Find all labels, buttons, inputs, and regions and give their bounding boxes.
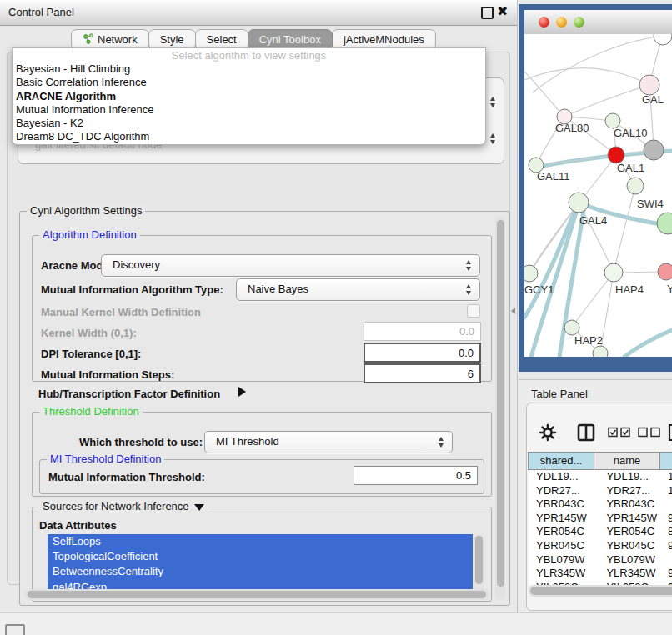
- float-window-icon[interactable]: [481, 7, 494, 19]
- table-cell: 9.: [663, 567, 672, 581]
- dropdown-item[interactable]: Mutual Information Inference: [13, 103, 485, 117]
- table-hscrollbar[interactable]: [529, 585, 672, 597]
- zoom-traffic-light-icon[interactable]: [574, 17, 584, 28]
- which-threshold-combobox[interactable]: MI Threshold: [204, 431, 453, 453]
- list-item[interactable]: SelfLoops: [48, 534, 473, 549]
- table-cell: YBR045C: [599, 539, 663, 553]
- group-title[interactable]: Sources for Network Inference: [39, 500, 208, 512]
- column-header-shared-name[interactable]: shared...: [528, 452, 594, 470]
- minimized-panel-icon[interactable]: [5, 624, 25, 635]
- network-node-Y[interactable]: [658, 263, 672, 280]
- dropdown-item[interactable]: Bayesian - Hill Climbing: [13, 62, 485, 76]
- split-columns-icon[interactable]: [577, 423, 595, 444]
- table-cell: [663, 498, 672, 512]
- document-icon[interactable]: [668, 423, 672, 444]
- mi-threshold-definition-group: MI Threshold Definition Mutual Informati…: [39, 459, 484, 494]
- table-row[interactable]: YBR045CYBR045C9.: [529, 539, 672, 553]
- cyni-algorithm-settings-group: Cyni Algorithm Settings Algorithm Defini…: [19, 211, 510, 606]
- table-cell: YDR27...: [599, 484, 663, 498]
- network-canvas[interactable]: GALGAL80GAL10GAL1GAL11SWI4GAL4GCY1HAP4YH…: [524, 34, 672, 357]
- spinner-arrows-icon: [466, 260, 472, 271]
- settings-hscrollbar[interactable]: [25, 589, 490, 600]
- expander-right-icon[interactable]: [238, 387, 246, 397]
- data-attributes-label: Data Attributes: [39, 519, 117, 532]
- settings-scrollbar[interactable]: [495, 217, 505, 600]
- table-row[interactable]: YPR145WYPR145W9.: [529, 512, 672, 526]
- table-cell: YLR345W: [529, 567, 599, 581]
- group-title: MI Threshold Definition: [47, 452, 164, 465]
- table-cell: YDR27...: [529, 484, 599, 498]
- spinner-arrows-icon: [466, 284, 472, 295]
- panel-resize-handle[interactable]: [511, 308, 515, 314]
- table-row[interactable]: YDR27...YDR27...12: [529, 484, 672, 498]
- tab-label: Cyni Toolbox: [259, 33, 321, 46]
- kernel-width-field[interactable]: 0.0: [364, 322, 481, 341]
- table-row[interactable]: YDL19...YDL19...13: [529, 470, 672, 484]
- table-row[interactable]: YLR345WYLR345W9.: [529, 567, 672, 581]
- table-cell: YDL19...: [529, 470, 599, 484]
- checked-columns-icon[interactable]: [608, 427, 631, 440]
- mi-threshold-label: Mutual Information Threshold:: [48, 471, 205, 483]
- network-node-GAL1[interactable]: [608, 147, 624, 163]
- combobox-value: MI Threshold: [216, 435, 279, 448]
- dropdown-item[interactable]: Bayesian - K2: [13, 117, 485, 130]
- mi-algorithm-type-label: Mutual Information Algorithm Type:: [41, 283, 223, 296]
- scrollbar-thumb[interactable]: [497, 220, 504, 587]
- dropdown-item-aracne[interactable]: ARACNE Algorithm: [13, 90, 485, 103]
- unchecked-columns-icon[interactable]: [638, 427, 661, 440]
- table-row[interactable]: YBR043CYBR043C: [529, 498, 672, 512]
- table-rows: YDL19...YDL19...13YDR27...YDR27...12YBR0…: [529, 470, 672, 585]
- aracne-mode-combobox[interactable]: Discovery: [101, 254, 480, 277]
- list-scrollbar[interactable]: [474, 534, 484, 596]
- network-node-label: GAL80: [555, 122, 589, 134]
- table-cell: YPR145W: [529, 512, 599, 526]
- hub-expander-label[interactable]: Hub/Transcription Factor Definition: [38, 388, 220, 400]
- network-node[interactable]: [657, 212, 672, 234]
- status-strip: [0, 612, 672, 635]
- network-node-GAL[interactable]: [639, 75, 659, 95]
- table-cell: YBR045C: [529, 539, 599, 553]
- table-row[interactable]: YBL079WYBL079W: [529, 553, 672, 568]
- column-header-clipped[interactable]: [659, 452, 672, 470]
- spinner-arrows-icon[interactable]: [490, 97, 496, 108]
- table-cell: [663, 553, 672, 568]
- mi-threshold-field[interactable]: 0.5: [354, 466, 478, 485]
- scrollbar-thumb[interactable]: [530, 587, 672, 595]
- network-node-GCY1[interactable]: [524, 265, 538, 282]
- spinner-arrows-icon[interactable]: [490, 133, 496, 144]
- manual-kernel-width-checkbox[interactable]: [467, 304, 480, 318]
- network-node-HAP2[interactable]: [564, 320, 579, 335]
- scrollbar-thumb[interactable]: [28, 591, 486, 598]
- dropdown-item[interactable]: Basic Correlation Inference: [13, 76, 485, 89]
- mi-algorithm-type-combobox[interactable]: Naive Bayes: [236, 278, 480, 301]
- network-node[interactable]: [644, 140, 664, 160]
- control-panel-titlebar: Control Panel ✖: [0, 0, 517, 26]
- list-item[interactable]: TopologicalCoefficient: [48, 549, 473, 564]
- table-row[interactable]: YER054CYER054C8.: [529, 525, 672, 539]
- minimize-traffic-light-icon[interactable]: [556, 17, 567, 28]
- close-icon[interactable]: ✖: [497, 3, 508, 19]
- gear-icon[interactable]: [539, 423, 557, 444]
- network-window-titlebar[interactable]: [524, 10, 672, 35]
- close-traffic-light-icon[interactable]: [539, 17, 549, 28]
- data-attributes-list[interactable]: SelfLoops TopologicalCoefficient Between…: [48, 534, 473, 596]
- network-node-SWI4[interactable]: [627, 178, 644, 194]
- network-node-label: GAL: [642, 93, 664, 106]
- dropdown-item[interactable]: Dream8 DC_TDC Algorithm: [13, 130, 485, 143]
- network-node-label: Y: [667, 282, 672, 295]
- table-cell: YBR043C: [599, 498, 663, 512]
- column-header-name[interactable]: name: [594, 452, 660, 470]
- list-item[interactable]: BetweennessCentrality: [48, 564, 473, 579]
- table-cell: YBL079W: [529, 553, 599, 568]
- network-node-label: GCY1: [524, 283, 554, 296]
- network-node-HAP4[interactable]: [604, 263, 623, 282]
- network-node[interactable]: [593, 346, 608, 357]
- network-node-label: GAL11: [537, 170, 570, 182]
- scrollbar-thumb[interactable]: [475, 536, 483, 584]
- table-cell: YDL19...: [599, 470, 663, 484]
- mi-steps-field[interactable]: 6: [364, 363, 481, 383]
- dpi-tolerance-field[interactable]: 0.0: [364, 342, 481, 362]
- network-node[interactable]: [654, 34, 672, 45]
- network-node-GAL4[interactable]: [569, 192, 589, 212]
- network-view-window: GALGAL80GAL10GAL1GAL11SWI4GAL4GCY1HAP4YH…: [519, 4, 672, 372]
